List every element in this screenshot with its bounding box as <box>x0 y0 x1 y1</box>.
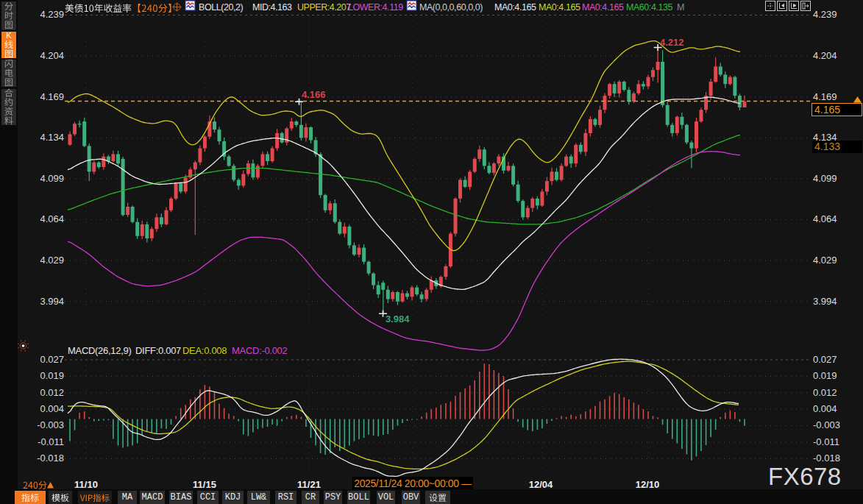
svg-text:K: K <box>6 31 12 40</box>
